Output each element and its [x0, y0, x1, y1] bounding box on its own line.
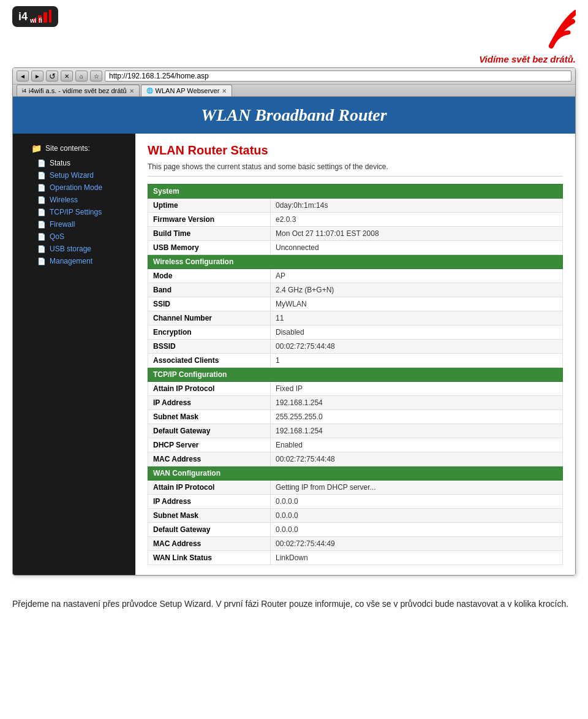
back-button[interactable]: ◄	[17, 70, 29, 82]
section-tcpip-label: TCP/IP Configuration	[148, 368, 563, 382]
row-value: Fixed IP	[271, 382, 563, 396]
table-row: Firmware Version e2.0.3	[148, 213, 563, 227]
row-value: e2.0.3	[271, 213, 563, 227]
section-tcpip-header: TCP/IP Configuration	[148, 368, 563, 382]
row-label: Default Gateway	[148, 424, 271, 438]
table-row: USB Memory Unconnected	[148, 241, 563, 255]
row-label: BSSID	[148, 340, 271, 354]
router-header-banner: WLAN Broadband Router	[13, 97, 575, 134]
row-label: Attain IP Protocol	[148, 382, 271, 396]
tab-favicon-1: i4	[22, 88, 26, 94]
svg-rect-3	[49, 10, 51, 23]
sidebar-folder-icon-wireless: 📄	[37, 196, 46, 204]
sidebar-item-setup-wizard[interactable]: 📄 Setup Wizard	[13, 169, 135, 181]
footer-text: Přejdeme na nastavení přes průvodce Setu…	[0, 588, 588, 620]
sidebar-label-fw: Firewall	[50, 220, 75, 229]
row-value: 192.168.1.254	[271, 396, 563, 410]
stop-button[interactable]: ✕	[61, 70, 73, 82]
section-wan-label: WAN Configuration	[148, 466, 563, 481]
row-value: AP	[271, 269, 563, 283]
section-wan-header: WAN Configuration	[148, 466, 563, 481]
refresh-button[interactable]: ↺	[46, 70, 58, 82]
sidebar-label-wizard: Setup Wizard	[50, 171, 94, 180]
table-row: Subnet Mask 255.255.255.0	[148, 410, 563, 424]
row-label: IP Address	[148, 396, 271, 410]
tab-label-2: WLAN AP Webserver	[156, 87, 220, 94]
tagline: Vidíme svět bez drátů.	[479, 54, 576, 64]
sidebar-item-status[interactable]: 📄 Status	[13, 157, 135, 169]
row-value: 0day:0h:1m:14s	[271, 199, 563, 213]
row-label: MAC Address	[148, 537, 271, 551]
page-header: i4 wi fi Vidíme svět bez drátů.	[0, 0, 588, 67]
footer-paragraph: Přejdeme na nastavení přes průvodce Setu…	[12, 599, 568, 609]
sidebar-label-qos: QoS	[50, 232, 64, 241]
sidebar-item-operation-mode[interactable]: 📄 Operation Mode	[13, 181, 135, 194]
home-button[interactable]: ⌂	[75, 70, 88, 82]
table-row: Associated Clients 1	[148, 354, 563, 368]
sidebar-folder-icon-qos: 📄	[37, 233, 46, 241]
right-header: Vidíme svět bez drátů.	[479, 6, 576, 64]
table-row: IP Address 192.168.1.254	[148, 396, 563, 410]
router-banner-title: WLAN Broadband Router	[201, 105, 386, 124]
row-label: Default Gateway	[148, 523, 271, 537]
sidebar-label-usb: USB storage	[50, 245, 91, 253]
row-value: 11	[271, 311, 563, 325]
browser-toolbar: ◄ ► ↺ ✕ ⌂ ☆ http://192.168.1.254/home.as…	[13, 68, 575, 85]
page-description: This page shows the current status and s…	[148, 162, 563, 177]
address-bar[interactable]: http://192.168.1.254/home.asp	[105, 70, 571, 82]
sidebar-item-wireless[interactable]: 📄 Wireless	[13, 194, 135, 206]
table-row: DHCP Server Enabled	[148, 438, 563, 452]
tab-favicon-2: 🌐	[146, 88, 153, 94]
row-label: Uptime	[148, 199, 271, 213]
sidebar-item-firewall[interactable]: 📄 Firewall	[13, 218, 135, 230]
table-row: Default Gateway 0.0.0.0	[148, 523, 563, 537]
sidebar-folder-icon-mgmt: 📄	[37, 257, 46, 265]
row-value: Disabled	[271, 325, 563, 340]
table-row: Build Time Mon Oct 27 11:07:01 EST 2008	[148, 227, 563, 241]
svg-text:wi: wi	[30, 17, 37, 23]
table-row: Uptime 0day:0h:1m:14s	[148, 199, 563, 213]
section-wireless-label: Wireless Configuration	[148, 255, 563, 269]
bookmark-button[interactable]: ☆	[90, 70, 102, 82]
section-wireless-header: Wireless Configuration	[148, 255, 563, 269]
sidebar-folder-icon-fw: 📄	[37, 221, 46, 229]
row-label: Firmware Version	[148, 213, 271, 227]
sidebar-item-qos[interactable]: 📄 QoS	[13, 230, 135, 243]
forward-button[interactable]: ►	[31, 70, 43, 82]
row-value: 0.0.0.0	[271, 495, 563, 509]
sidebar-label-wireless: Wireless	[50, 196, 78, 204]
tab-wlan[interactable]: 🌐 WLAN AP Webserver ✕	[141, 85, 233, 96]
row-value: 0.0.0.0	[271, 523, 563, 537]
sidebar-item-tcpip[interactable]: 📄 TCP/IP Settings	[13, 206, 135, 218]
row-label: Subnet Mask	[148, 509, 271, 523]
tab-i4wifi[interactable]: i4 i4wifi a.s. - vidíme svět bez drátů ✕	[17, 85, 140, 96]
row-value: Getting IP from DHCP server...	[271, 481, 563, 495]
browser-tabs: i4 i4wifi a.s. - vidíme svět bez drátů ✕…	[13, 85, 575, 97]
table-row: Attain IP Protocol Getting IP from DHCP …	[148, 481, 563, 495]
sidebar-item-usb[interactable]: 📄 USB storage	[13, 243, 135, 255]
table-row: Band 2.4 GHz (B+G+N)	[148, 283, 563, 297]
row-label: Attain IP Protocol	[148, 481, 271, 495]
main-content: WLAN Router Status This page shows the c…	[135, 134, 575, 575]
table-row: Attain IP Protocol Fixed IP	[148, 382, 563, 396]
sidebar-folder-icon-wizard: 📄	[37, 172, 46, 180]
tab-close-2[interactable]: ✕	[222, 88, 227, 94]
table-row: Default Gateway 192.168.1.254	[148, 424, 563, 438]
row-value: 00:02:72:75:44:48	[271, 340, 563, 354]
table-row: Mode AP	[148, 269, 563, 283]
table-row: Channel Number 11	[148, 311, 563, 325]
row-value: 2.4 GHz (B+G+N)	[271, 283, 563, 297]
row-value: MyWLAN	[271, 297, 563, 311]
sidebar-item-management[interactable]: 📄 Management	[13, 255, 135, 267]
logo-i4-text: i4	[18, 10, 28, 23]
sidebar-folder-icon: 📁	[31, 143, 42, 153]
row-label: DHCP Server	[148, 438, 271, 452]
sidebar-folder-icon-status: 📄	[37, 159, 46, 167]
tab-close-1[interactable]: ✕	[129, 88, 134, 94]
table-row: Encryption Disabled	[148, 325, 563, 340]
row-value: 0.0.0.0	[271, 509, 563, 523]
table-row: WAN Link Status LinkDown	[148, 551, 563, 565]
table-row: BSSID 00:02:72:75:44:48	[148, 340, 563, 354]
svg-text:fi: fi	[39, 17, 42, 23]
row-label: Associated Clients	[148, 354, 271, 368]
